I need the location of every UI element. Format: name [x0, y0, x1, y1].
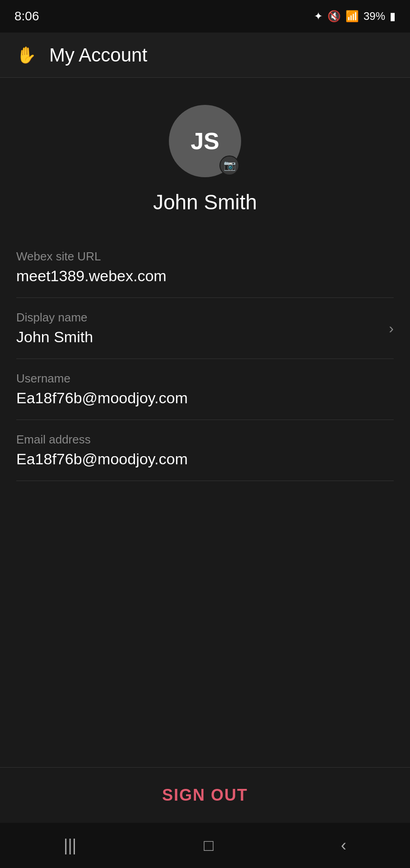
back-nav-icon[interactable]: ‹	[341, 836, 346, 855]
field-label-display-name: Display name	[16, 311, 93, 325]
back-icon[interactable]: ✋	[16, 46, 37, 65]
sign-out-section: SIGN OUT	[0, 767, 410, 823]
profile-name: John Smith	[153, 190, 257, 214]
sign-out-button[interactable]: SIGN OUT	[162, 786, 248, 805]
mute-icon: 🔇	[327, 10, 341, 23]
field-label-username: Username	[16, 372, 188, 386]
field-label-email: Email address	[16, 433, 188, 447]
camera-icon[interactable]: 📷	[219, 156, 239, 175]
bottom-nav: ||| □ ‹	[0, 823, 410, 868]
status-time: 8:06	[14, 9, 39, 24]
page-title: My Account	[49, 44, 147, 66]
field-value-webex-url: meet1389.webex.com	[16, 267, 167, 285]
field-value-email: Ea18f76b@moodjoy.com	[16, 450, 188, 468]
battery-indicator: 39%	[363, 10, 385, 23]
avatar-container: JS 📷	[169, 105, 241, 177]
header: ✋ My Account	[0, 33, 410, 78]
battery-icon: ▮	[390, 10, 396, 23]
field-username: Username Ea18f76b@moodjoy.com	[16, 359, 394, 420]
field-webex-url: Webex site URL meet1389.webex.com	[16, 237, 394, 298]
field-email: Email address Ea18f76b@moodjoy.com	[16, 420, 394, 481]
field-value-username: Ea18f76b@moodjoy.com	[16, 389, 188, 407]
fields-container: Webex site URL meet1389.webex.com Displa…	[0, 237, 410, 481]
field-display-name[interactable]: Display name John Smith ›	[16, 298, 394, 359]
profile-section: JS 📷 John Smith	[0, 78, 410, 237]
field-label-webex-url: Webex site URL	[16, 250, 167, 264]
field-value-display-name: John Smith	[16, 328, 93, 346]
status-bar: 8:06 ✦ 🔇 📶 39% ▮	[0, 0, 410, 33]
wifi-icon: 📶	[345, 10, 359, 23]
bluetooth-icon: ✦	[314, 10, 323, 23]
recent-apps-icon[interactable]: |||	[64, 836, 76, 855]
status-icons: ✦ 🔇 📶 39% ▮	[314, 10, 396, 23]
home-icon[interactable]: □	[204, 836, 214, 855]
chevron-right-icon: ›	[389, 320, 394, 337]
